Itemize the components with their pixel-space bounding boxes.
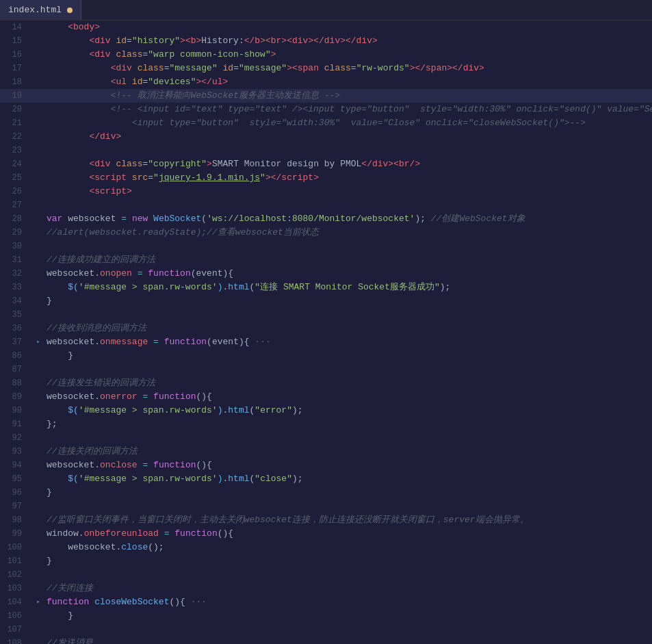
code-content: <input type="button" style="width:30%" v… xyxy=(44,116,652,130)
code-line: 22 </div> xyxy=(0,130,652,144)
code-line: 24 <div class="copyright">SMART Monitor … xyxy=(0,157,652,171)
line-number: 37 xyxy=(0,335,33,349)
code-line: 103//关闭连接 xyxy=(0,582,652,595)
code-line: 90 $('#message > span.rw-words').html("e… xyxy=(0,404,652,417)
code-line: 92 xyxy=(0,431,652,445)
code-content: //接收到消息的回调方法 xyxy=(44,322,652,335)
code-line: 27 xyxy=(0,198,652,212)
code-line: 87 xyxy=(0,363,652,376)
line-number: 101 xyxy=(0,554,33,568)
code-content: } xyxy=(44,554,652,568)
line-number: 16 xyxy=(0,48,33,62)
code-content: websocket.onopen = function(event){ xyxy=(44,267,652,281)
line-number: 24 xyxy=(0,157,33,171)
code-content: //alert(websocket.readyState);//查看websoc… xyxy=(44,226,652,240)
line-number: 107 xyxy=(0,623,33,636)
code-content: <script> xyxy=(44,185,652,198)
line-number: 92 xyxy=(0,431,33,445)
code-content: <!-- <input id="text" type="text" /><inp… xyxy=(44,103,652,116)
code-content: <body> xyxy=(44,21,652,34)
line-number: 95 xyxy=(0,472,33,486)
code-line: 101} xyxy=(0,554,652,568)
line-number: 30 xyxy=(0,240,33,253)
line-number: 27 xyxy=(0,198,33,212)
line-number: 25 xyxy=(0,171,33,185)
line-number: 36 xyxy=(0,322,33,335)
code-line: 96} xyxy=(0,486,652,500)
line-number: 18 xyxy=(0,75,33,89)
line-number: 90 xyxy=(0,404,33,417)
line-number: 21 xyxy=(0,116,33,130)
line-number: 31 xyxy=(0,253,33,267)
code-line: 17 <div class="message" id="message"><sp… xyxy=(0,62,652,75)
code-line: 95 $('#message > span.rw-words').html("c… xyxy=(0,472,652,486)
line-number: 26 xyxy=(0,185,33,198)
code-content: <div id="history"><b>History:</b><br><di… xyxy=(44,34,652,48)
code-line: 104▸function closeWebSocket(){ ··· xyxy=(0,595,652,609)
code-content: $('#message > span.rw-words').html("clos… xyxy=(44,472,652,486)
line-number: 97 xyxy=(0,500,33,513)
code-line: 21 <input type="button" style="width:30%… xyxy=(0,116,652,130)
tab-index-html[interactable]: index.html xyxy=(0,0,81,20)
code-line: 30 xyxy=(0,240,652,253)
code-line: 31//连接成功建立的回调方法 xyxy=(0,253,652,267)
line-number: 104 xyxy=(0,595,33,609)
code-line: 20 <!-- <input id="text" type="text" /><… xyxy=(0,103,652,116)
code-line: 35 xyxy=(0,308,652,322)
code-line: 94websocket.onclose = function(){ xyxy=(0,459,652,472)
line-number: 94 xyxy=(0,459,33,472)
code-line: 19 <!-- 取消注释能向WebSocket服务器主动发送信息 --> xyxy=(0,89,652,103)
code-content: //连接发生错误的回调方法 xyxy=(44,376,652,390)
code-line: 29//alert(websocket.readyState);//查看webs… xyxy=(0,226,652,240)
line-number: 96 xyxy=(0,486,33,500)
code-line: 25 <script src="jquery-1.9.1.min.js"></s… xyxy=(0,171,652,185)
code-line: 23 xyxy=(0,144,652,157)
code-line: 106 } xyxy=(0,609,652,623)
line-number: 87 xyxy=(0,363,33,376)
line-number: 29 xyxy=(0,226,33,240)
code-content: } xyxy=(44,349,652,363)
code-line: 18 <ul id="devices"></ul> xyxy=(0,75,652,89)
line-number: 23 xyxy=(0,144,33,157)
code-line: 98//监听窗口关闭事件，当窗口关闭时，主动去关闭websocket连接，防止连… xyxy=(0,513,652,527)
code-content: } xyxy=(44,609,652,623)
line-number: 98 xyxy=(0,513,33,527)
code-content: <div class="copyright">SMART Monitor des… xyxy=(44,157,652,171)
line-number: 88 xyxy=(0,376,33,390)
code-content: window.onbeforeunload = function(){ xyxy=(44,527,652,541)
code-line: 108//发送消息 xyxy=(0,636,652,644)
code-line: 100 websocket.close(); xyxy=(0,541,652,554)
tab-filename: index.html xyxy=(8,5,62,15)
code-line: 28var websocket = new WebSocket('ws://lo… xyxy=(0,212,652,226)
code-line: 88//连接发生错误的回调方法 xyxy=(0,376,652,390)
line-number: 22 xyxy=(0,130,33,144)
line-number: 93 xyxy=(0,445,33,459)
line-number: 34 xyxy=(0,294,33,308)
line-number: 28 xyxy=(0,212,33,226)
code-line: 102 xyxy=(0,568,652,582)
line-number: 99 xyxy=(0,527,33,541)
line-number: 14 xyxy=(0,21,33,34)
code-content: <!-- 取消注释能向WebSocket服务器主动发送信息 --> xyxy=(44,89,652,103)
line-number: 15 xyxy=(0,34,33,48)
code-content: </div> xyxy=(44,130,652,144)
code-content: } xyxy=(44,294,652,308)
line-number: 17 xyxy=(0,62,33,75)
code-content: <div class="warp common-icon-show"> xyxy=(44,48,652,62)
line-number: 35 xyxy=(0,308,33,322)
code-line: 33 $('#message > span.rw-words').html("连… xyxy=(0,281,652,294)
code-line: 15 <div id="history"><b>History:</b><br>… xyxy=(0,34,652,48)
line-number: 91 xyxy=(0,417,33,431)
fold-gutter[interactable]: ▸ xyxy=(33,595,44,609)
code-line: 107 xyxy=(0,623,652,636)
code-content: }; xyxy=(44,417,652,431)
code-content: $('#message > span.rw-words').html("erro… xyxy=(44,404,652,417)
fold-gutter[interactable]: ▸ xyxy=(33,335,44,349)
line-number: 106 xyxy=(0,609,33,623)
code-content: //连接成功建立的回调方法 xyxy=(44,253,652,267)
code-content: websocket.close(); xyxy=(44,541,652,554)
code-content: function closeWebSocket(){ ··· xyxy=(44,595,652,609)
code-line: 86 } xyxy=(0,349,652,363)
code-line: 99window.onbeforeunload = function(){ xyxy=(0,527,652,541)
code-line: 34} xyxy=(0,294,652,308)
